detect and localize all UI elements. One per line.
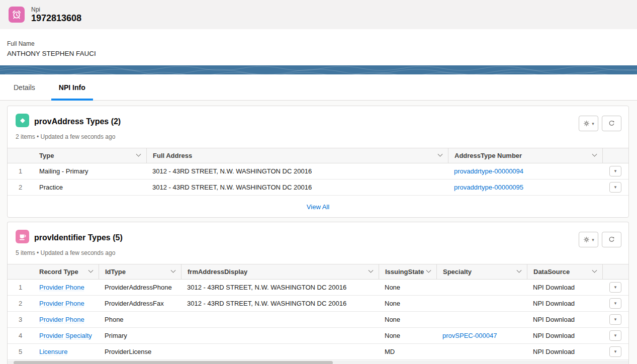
row-actions-button[interactable]: ▾ bbox=[609, 298, 621, 309]
horizontal-scrollbar-track[interactable] bbox=[8, 360, 628, 364]
row-number: 2 bbox=[8, 300, 33, 307]
table-row: 1 Provider Phone ProviderAddressPhone 30… bbox=[8, 280, 628, 296]
npi-object-icon bbox=[9, 7, 25, 23]
record-header: Npi 1972813608 bbox=[0, 0, 637, 29]
chevron-down-icon[interactable] bbox=[426, 268, 431, 273]
cell-idtype: ProviderAddressFax bbox=[99, 300, 181, 307]
decorative-banner bbox=[0, 65, 637, 74]
tab-npi-info[interactable]: NPI Info bbox=[51, 74, 93, 101]
gear-icon bbox=[583, 120, 590, 127]
row-number: 5 bbox=[8, 348, 33, 355]
row-number-column-header bbox=[8, 148, 33, 163]
row-actions-button[interactable]: ▾ bbox=[609, 314, 621, 325]
record-title-block: Npi 1972813608 bbox=[31, 6, 81, 24]
record-type-link[interactable]: Licensure bbox=[39, 348, 67, 355]
cell-idtype: Phone bbox=[99, 316, 181, 323]
actions-column-header bbox=[602, 264, 628, 279]
addresstype-number-link[interactable]: provaddrtype-00000095 bbox=[454, 184, 523, 191]
cell-datasource: NPI Download bbox=[527, 348, 602, 355]
column-header-addresstype-number[interactable]: AddressType Number bbox=[448, 148, 602, 163]
providentifier-types-card: provIdentifier Types (5) 5 items • Updat… bbox=[7, 222, 629, 364]
specialty-link[interactable]: provSPEC-000047 bbox=[442, 332, 497, 339]
chevron-down-icon[interactable] bbox=[369, 268, 374, 273]
active-tab-underline bbox=[51, 99, 93, 101]
view-all-link[interactable]: View All bbox=[307, 203, 329, 211]
table-row: 3 Provider Phone Phone None NPI Download… bbox=[8, 312, 628, 328]
column-header-idtype[interactable]: IdType bbox=[99, 264, 181, 279]
caret-down-icon: ▾ bbox=[614, 285, 617, 290]
provaddress-table-header: Type Full Address AddressType Number bbox=[8, 148, 628, 163]
providentifier-card-meta: 5 items • Updated a few seconds ago bbox=[16, 249, 115, 256]
caret-down-icon: ▾ bbox=[614, 349, 617, 354]
providentifier-table-header: Record Type IdType frmAddressDisplay Iss… bbox=[8, 264, 628, 280]
caret-down-icon: ▾ bbox=[592, 237, 594, 242]
horizontal-scrollbar-thumb[interactable] bbox=[14, 361, 333, 364]
record-type-link[interactable]: Provider Phone bbox=[39, 300, 84, 307]
actions-column-header bbox=[602, 148, 628, 163]
column-header-type[interactable]: Type bbox=[33, 148, 146, 163]
providentifier-card-header: provIdentifier Types (5) 5 items • Updat… bbox=[8, 222, 628, 264]
column-header-specialty[interactable]: Specialty bbox=[436, 264, 527, 279]
table-row: 1 Mailing - Primary 3012 - 43RD STREET, … bbox=[8, 163, 628, 179]
cell-issuingstate: None bbox=[379, 332, 436, 339]
cell-issuingstate: None bbox=[379, 284, 436, 291]
caret-down-icon: ▾ bbox=[614, 169, 617, 173]
chevron-down-icon[interactable] bbox=[592, 152, 597, 157]
cup-icon bbox=[18, 232, 28, 242]
cell-datasource: NPI Download bbox=[527, 332, 602, 339]
tab-details[interactable]: Details bbox=[14, 74, 35, 101]
row-actions-button[interactable]: ▾ bbox=[609, 282, 621, 293]
table-row: 2 Practice 3012 - 43RD STREET, N.W. WASH… bbox=[8, 179, 628, 196]
row-number: 1 bbox=[8, 167, 33, 175]
full-name-field: Full Name ANTHONY STEPHEN FAUCI bbox=[7, 40, 96, 57]
row-actions-button[interactable]: ▾ bbox=[609, 330, 621, 341]
record-type-link[interactable]: Provider Phone bbox=[39, 316, 84, 323]
table-row: 4 Provider Specialty Primary None provSP… bbox=[8, 328, 628, 344]
record-type-link[interactable]: Provider Phone bbox=[39, 284, 84, 291]
list-settings-button[interactable]: ▾ bbox=[579, 116, 598, 131]
cell-type: Mailing - Primary bbox=[33, 167, 146, 175]
column-header-frmaddressdisplay[interactable]: frmAddressDisplay bbox=[181, 264, 379, 279]
chevron-down-icon[interactable] bbox=[88, 268, 94, 273]
row-number-column-header bbox=[8, 264, 33, 279]
chevron-down-icon[interactable] bbox=[136, 152, 141, 157]
cell-issuingstate: None bbox=[379, 316, 436, 323]
record-type-link[interactable]: Provider Specialty bbox=[39, 332, 92, 339]
chevron-down-icon[interactable] bbox=[171, 268, 176, 273]
refresh-button[interactable] bbox=[602, 232, 621, 247]
alarm-clock-icon bbox=[11, 9, 22, 20]
diamond-icon bbox=[18, 116, 28, 126]
column-header-record-type[interactable]: Record Type bbox=[33, 264, 99, 279]
row-actions-button[interactable]: ▾ bbox=[609, 166, 621, 176]
cell-idtype: ProviderAddressPhone bbox=[99, 284, 181, 291]
table-row: 5 Licensure ProviderLicense MD NPI Downl… bbox=[8, 344, 628, 360]
column-header-full-address[interactable]: Full Address bbox=[146, 148, 448, 163]
table-row: 2 Provider Phone ProviderAddressFax 3012… bbox=[8, 296, 628, 312]
cell-frmaddressdisplay: 3012 - 43RD STREET, N.W. WASHINGTON DC 2… bbox=[181, 300, 379, 307]
chevron-down-icon[interactable] bbox=[592, 268, 597, 273]
refresh-icon bbox=[608, 120, 615, 127]
provaddress-card-title: provAddress Types (2) bbox=[34, 117, 121, 126]
cell-full-address: 3012 - 43RD STREET, N.W. WASHINGTON DC 2… bbox=[146, 184, 448, 191]
provaddress-object-icon bbox=[16, 114, 29, 127]
row-actions-button[interactable]: ▾ bbox=[609, 346, 621, 357]
cell-idtype: Primary bbox=[99, 332, 181, 339]
caret-down-icon: ▾ bbox=[614, 185, 617, 190]
column-header-issuingstate[interactable]: IssuingState bbox=[379, 264, 436, 279]
row-actions-button[interactable]: ▾ bbox=[609, 182, 621, 193]
row-number: 3 bbox=[8, 316, 33, 323]
addresstype-number-link[interactable]: provaddrtype-00000094 bbox=[454, 167, 523, 175]
row-number: 1 bbox=[8, 284, 33, 291]
cell-datasource: NPI Download bbox=[527, 300, 602, 307]
object-label: Npi bbox=[31, 6, 81, 13]
chevron-down-icon[interactable] bbox=[517, 268, 522, 273]
column-header-datasource[interactable]: DataSource bbox=[527, 264, 602, 279]
gear-icon bbox=[583, 236, 590, 243]
chevron-down-icon[interactable] bbox=[438, 152, 443, 157]
tab-bar: Details NPI Info bbox=[0, 74, 637, 101]
view-all-container: View All bbox=[8, 196, 628, 218]
full-name-value: ANTHONY STEPHEN FAUCI bbox=[7, 50, 96, 57]
list-settings-button[interactable]: ▾ bbox=[579, 232, 598, 247]
refresh-button[interactable] bbox=[602, 116, 621, 131]
caret-down-icon: ▾ bbox=[614, 301, 617, 306]
